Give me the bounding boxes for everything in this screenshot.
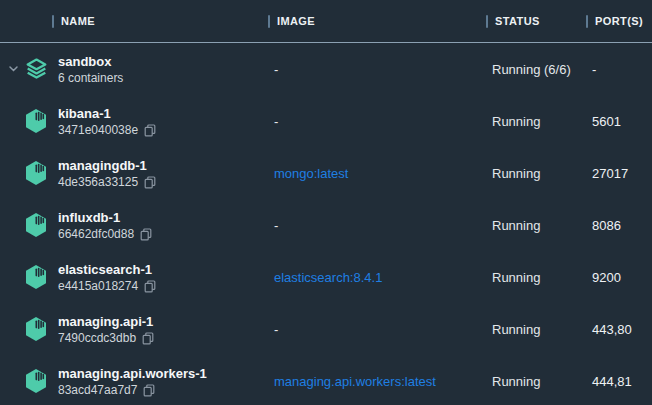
image-cell: - [268,114,486,129]
image-cell: - [268,62,486,77]
container-id: e4415a018274 [58,279,138,294]
container-name[interactable]: influxdb-1 [58,209,120,226]
image-label: - [274,62,278,77]
ports-label: 27017 [592,166,628,181]
column-header-label: NAME [61,15,95,27]
image-label: - [274,218,278,233]
container-id: 3471e040038e [58,123,138,138]
copy-icon[interactable] [144,176,156,189]
ports-label: 443,80 [592,322,632,337]
name-cell: influxdb-1 66462dfc0d88 [52,209,268,242]
name-cell: managing.api.workers-1 83acd47aa7d7 [52,365,268,398]
row-icon-cell [0,303,52,355]
ports-label: 9200 [592,270,621,285]
status-label: Running [492,114,540,129]
status-label: Running [492,322,540,337]
row-icon-cell [0,147,52,199]
status-cell: Running [486,374,586,389]
name-cell: kibana-1 3471e040038e [52,105,268,138]
container-name[interactable]: managing.api.workers-1 [58,365,207,382]
containers-table: NAME IMAGE STATUS PORT(S) [0,0,652,405]
ports-cell: 444,81 [586,374,652,389]
ports-cell: 443,80 [586,322,652,337]
status-label: Running [492,270,540,285]
header-cell-status[interactable]: STATUS [486,0,586,42]
container-name[interactable]: sandbox [58,53,111,70]
table-header: NAME IMAGE STATUS PORT(S) [0,0,652,43]
container-name[interactable]: managing.api-1 [58,313,153,330]
container-id: 7490ccdc3dbb [58,331,136,346]
copy-icon[interactable] [142,332,154,345]
ports-cell: - [586,62,652,77]
image-label[interactable]: managing.api.workers:latest [274,374,436,389]
table-row[interactable]: sandbox 6 containers - Running (6/6) - [0,43,652,95]
name-cell: managing.api-1 7490ccdc3dbb [52,313,268,346]
column-divider [268,15,270,28]
image-cell: - [268,322,486,337]
table-row[interactable]: managing.api-1 7490ccdc3dbb - Running [0,303,652,355]
header-cell-name[interactable]: NAME [52,0,268,42]
ports-label: - [592,62,596,77]
status-cell: Running [486,114,586,129]
ports-label: 444,81 [592,374,632,389]
column-divider [586,15,588,28]
image-label[interactable]: elasticsearch:8.4.1 [274,270,382,285]
ports-cell: 5601 [586,114,652,129]
status-cell: Running [486,218,586,233]
column-header-label: PORT(S) [595,15,643,27]
container-icon [24,316,48,342]
container-icon [24,160,48,186]
row-icon-cell [0,95,52,147]
image-label[interactable]: mongo:latest [274,166,348,181]
container-id: 4de356a33125 [58,175,138,190]
status-label: Running [492,218,540,233]
row-icon-cell [0,251,52,303]
table-row[interactable]: managing.api.workers-1 83acd47aa7d7 mana… [0,355,652,405]
container-table-body: sandbox 6 containers - Running (6/6) - [0,43,652,405]
container-id: 66462dfc0d88 [58,227,134,242]
ports-cell: 27017 [586,166,652,181]
container-name[interactable]: elasticsearch-1 [58,261,152,278]
ports-cell: 9200 [586,270,652,285]
table-row[interactable]: managingdb-1 4de356a33125 mongo:latest R… [0,147,652,199]
image-cell: mongo:latest [268,166,486,181]
column-header-label: STATUS [495,15,540,27]
header-cell-image[interactable]: IMAGE [268,0,486,42]
table-row[interactable]: influxdb-1 66462dfc0d88 - Running [0,199,652,251]
name-cell: elasticsearch-1 e4415a018274 [52,261,268,294]
status-cell: Running [486,166,586,181]
container-name[interactable]: kibana-1 [58,105,111,122]
header-cell-ports[interactable]: PORT(S) [586,0,652,42]
ports-label: 8086 [592,218,621,233]
image-label: - [274,322,278,337]
copy-icon[interactable] [144,280,156,293]
status-cell: Running [486,270,586,285]
row-icon-cell [0,355,52,405]
status-label: Running [492,166,540,181]
row-icon-cell [0,199,52,251]
image-cell: elasticsearch:8.4.1 [268,270,486,285]
chevron-down-icon[interactable] [8,64,19,75]
column-header-label: IMAGE [277,15,315,27]
copy-icon[interactable] [140,228,152,241]
stack-icon [24,57,49,81]
header-cell-expander [0,0,52,42]
row-icon-cell [0,43,52,95]
copy-icon[interactable] [143,384,155,397]
image-cell: - [268,218,486,233]
name-cell: managingdb-1 4de356a33125 [52,157,268,190]
container-icon [24,368,48,394]
ports-label: 5601 [592,114,621,129]
table-row[interactable]: kibana-1 3471e040038e - Running [0,95,652,147]
copy-icon[interactable] [144,124,156,137]
image-cell: managing.api.workers:latest [268,374,486,389]
container-name[interactable]: managingdb-1 [58,157,147,174]
container-icon [24,212,48,238]
column-divider [52,15,54,28]
table-row[interactable]: elasticsearch-1 e4415a018274 elasticsear… [0,251,652,303]
status-cell: Running (6/6) [486,62,586,77]
container-id: 83acd47aa7d7 [58,383,137,398]
status-label: Running [492,374,540,389]
column-divider [486,15,488,28]
container-id: 6 containers [58,71,123,86]
